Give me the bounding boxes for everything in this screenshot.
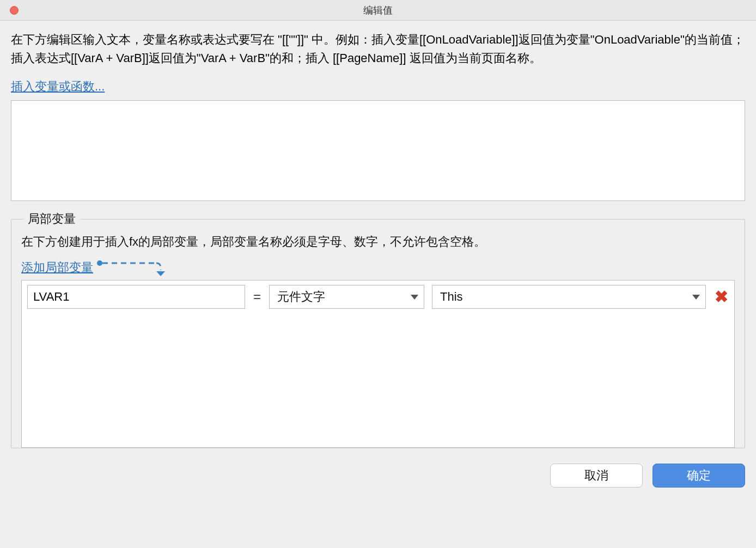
titlebar: 编辑值: [0, 0, 756, 21]
add-local-variable-row: 添加局部变量: [21, 258, 735, 277]
local-variables-panel: = 元件文字 This ✖: [21, 280, 735, 448]
variable-type-value: 元件文字: [277, 289, 325, 305]
delete-row-icon[interactable]: ✖: [714, 289, 729, 305]
add-local-variable-link[interactable]: 添加局部变量: [21, 259, 93, 276]
variable-type-dropdown[interactable]: 元件文字: [269, 285, 424, 309]
insert-variable-link[interactable]: 插入变量或函数...: [11, 78, 105, 95]
chevron-down-icon: [692, 295, 700, 300]
variable-target-dropdown[interactable]: This: [432, 285, 706, 309]
fieldset-legend: 局部变量: [23, 211, 80, 227]
local-variable-row: = 元件文字 This ✖: [27, 285, 729, 309]
local-variables-help: 在下方创建用于插入fx的局部变量，局部变量名称必须是字母、数字，不允许包含空格。: [21, 233, 735, 251]
expression-textarea[interactable]: [11, 100, 745, 201]
equals-label: =: [253, 289, 261, 305]
window-title: 编辑值: [363, 4, 393, 17]
close-window-icon[interactable]: [10, 6, 19, 15]
dialog-footer: 取消 确定: [0, 448, 756, 488]
chevron-down-icon: [411, 295, 418, 300]
local-variables-fieldset: 局部变量 在下方创建用于插入fx的局部变量，局部变量名称必须是字母、数字，不允许…: [11, 219, 745, 448]
dialog-content: 在下方编辑区输入文本，变量名称或表达式要写在 "[[""]]" 中。例如：插入变…: [0, 21, 756, 448]
svg-point-0: [97, 260, 102, 266]
help-text: 在下方编辑区输入文本，变量名称或表达式要写在 "[[""]]" 中。例如：插入变…: [11, 31, 745, 68]
variable-target-value: This: [440, 290, 463, 304]
ok-button[interactable]: 确定: [653, 464, 745, 488]
variable-name-input[interactable]: [27, 285, 245, 309]
cancel-button[interactable]: 取消: [550, 464, 643, 488]
arrow-down-icon: [96, 258, 167, 277]
